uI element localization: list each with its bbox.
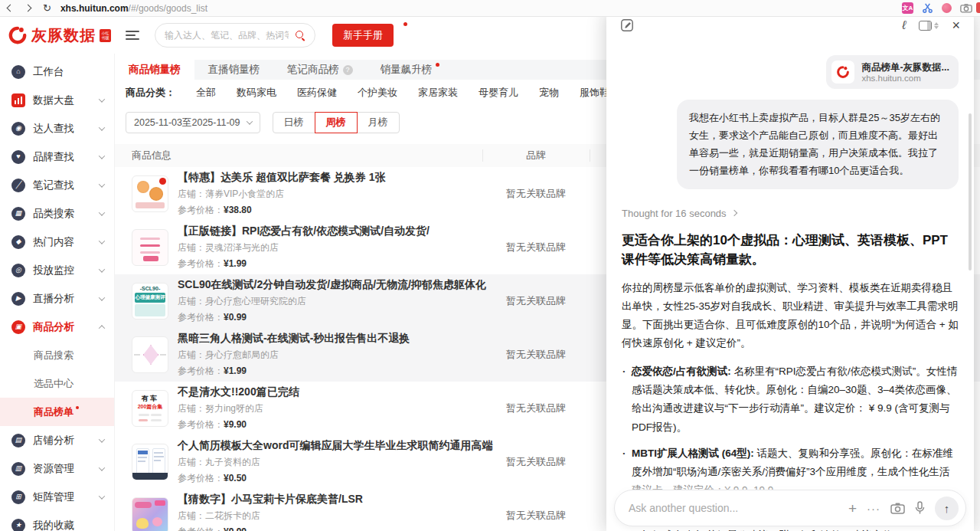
product-title[interactable]: 【特惠】达美乐 超值双比萨套餐 兑换券 1张 xyxy=(178,171,385,185)
store-name: 灵魂沼泽与光的店 xyxy=(205,242,279,253)
screenshot-camera-icon[interactable] xyxy=(890,503,905,514)
category-health[interactable]: 医药保健 xyxy=(297,86,337,100)
scissors-extension-icon[interactable] xyxy=(922,2,933,14)
brand-cell: 暂无关联品牌 xyxy=(482,294,590,308)
microphone-icon[interactable] xyxy=(915,501,925,515)
page-context-chip[interactable]: 商品榜单-灰豚数据... xhs.huitun.com xyxy=(826,55,959,89)
category-all[interactable]: 全部 xyxy=(196,86,216,100)
help-icon[interactable]: ? xyxy=(343,65,353,75)
product-title[interactable]: 个人简历模板大全word可编辑应届大学生毕业生求职简约通用高端 xyxy=(178,439,492,453)
sidebar-item-hot-content[interactable]: ◆ 热门内容 xyxy=(0,228,114,256)
huitun-logo: 灰豚数据 小红书版 xyxy=(0,25,115,46)
product-title[interactable]: 黑暗三角人格测试-在线测试-秒出报告售出不退换 xyxy=(178,332,410,346)
reference-price: ¥9.99 xyxy=(224,526,247,531)
chat-input[interactable] xyxy=(629,502,838,514)
sidebar-subitem-selection-center[interactable]: 选品中心 xyxy=(0,369,114,398)
reference-price: ¥1.99 xyxy=(224,258,247,269)
live-icon: ▶ xyxy=(11,292,25,306)
product-thumbnail: 有车 200篇合集 xyxy=(132,390,168,427)
brand-cell: 暂无关联品牌 xyxy=(482,187,590,201)
search-input[interactable] xyxy=(165,30,289,41)
attach-icon[interactable]: + xyxy=(848,501,857,516)
sidebar-item-data-dashboard[interactable]: 数据大盘 xyxy=(0,86,114,114)
global-search[interactable] xyxy=(155,23,315,48)
sidebar-item-favorites[interactable]: ★ 我的收藏 xyxy=(0,511,114,531)
address-bar[interactable]: xhs.huitun.com/#/goods/goods_list xyxy=(60,3,207,14)
period-weekly[interactable]: 周榜 xyxy=(315,112,358,133)
sidebar-item-note-search[interactable]: ╱ 笔记查找 xyxy=(0,171,114,199)
brand-cell: 暂无关联品牌 xyxy=(482,241,590,254)
sidebar-subitem-goods-ranking[interactable]: 商品榜单 xyxy=(0,398,114,426)
send-button[interactable]: ↑ xyxy=(935,497,959,520)
sidebar-item-brand-search[interactable]: ♥ 品牌查找 xyxy=(0,143,114,171)
sidebar-item-resource-management[interactable]: ▥ 资源管理 xyxy=(0,454,114,483)
clipped-extension-icon xyxy=(976,2,980,13)
pink-extension-icon[interactable] xyxy=(942,3,952,13)
product-thumbnail: -SCL90- 心理健康测评 xyxy=(132,283,168,320)
chevron-right-icon xyxy=(730,210,737,216)
product-title[interactable]: 【正版链接】RPI恋爱占有欲/依恋模式测试/自动发货/ xyxy=(178,225,430,238)
tab-note-goods-ranking[interactable]: 笔记商品榜? xyxy=(273,60,367,80)
resource-icon: ▥ xyxy=(11,462,25,476)
category-home[interactable]: 家居家装 xyxy=(418,86,458,100)
browser-reload-icon[interactable]: ↻ xyxy=(43,3,51,13)
close-icon[interactable]: × xyxy=(952,18,960,32)
chevron-down-icon xyxy=(99,464,105,470)
period-daily[interactable]: 日榜 xyxy=(273,112,315,133)
store-name: 丸子资料的店 xyxy=(205,457,260,467)
sidebar-item-live-analysis[interactable]: ▶ 直播分析 xyxy=(0,284,114,313)
answer-intro: 你拉的周榜显示低客单价的虚拟测试、学习资料、模板类在近期卖得稳且出单快，女性25… xyxy=(622,279,959,353)
tab-live-sales-ranking[interactable]: 直播销量榜 xyxy=(194,60,274,80)
sidebar-subitem-goods-search[interactable]: 商品搜索 xyxy=(0,341,114,369)
sidebar-item-category-search[interactable]: ▦ 品类搜索 xyxy=(0,199,114,228)
browser-back-icon[interactable] xyxy=(7,5,15,12)
chevron-down-icon xyxy=(99,96,105,102)
handbook-button[interactable]: 新手手册 xyxy=(332,24,394,47)
store-name: 身心疗愈邮局的店 xyxy=(205,349,279,360)
tab-sales-surge-ranking[interactable]: 销量飙升榜 xyxy=(367,60,454,80)
browser-bar: ↻ xhs.huitun.com/#/goods/goods_list 文A xyxy=(0,0,980,17)
more-options-icon[interactable]: ··· xyxy=(867,503,880,514)
user-message-bubble: 我想在小红书上卖虚拟产品，目标人群是25～35岁左右的女生，要求这个产品能自己原… xyxy=(677,100,959,189)
brand-cell: 暂无关联品牌 xyxy=(482,402,590,415)
hot-content-icon: ◆ xyxy=(11,235,25,249)
category-baby[interactable]: 母婴育儿 xyxy=(479,86,518,100)
assistant-answer: 更适合你上架的10个虚拟品：心理测试、英语模板、PPT课件等低决策高销量款。 你… xyxy=(606,231,974,531)
panel-layout-toggle-icon[interactable] xyxy=(919,21,939,31)
product-title[interactable]: 【猜数字】小马宝莉卡片保底美普/LSR xyxy=(178,493,363,506)
sidebar-item-shop-analysis[interactable]: ▤ 店铺分析 xyxy=(0,426,114,454)
product-thumbnail xyxy=(132,229,168,266)
reference-price: ¥0.50 xyxy=(224,473,247,483)
period-monthly[interactable]: 月榜 xyxy=(357,112,400,133)
category-beauty[interactable]: 个护美妆 xyxy=(358,86,397,100)
sidebar-item-matrix-management[interactable]: ⊞ 矩阵管理 xyxy=(0,483,114,511)
sidebar-item-ad-monitor[interactable]: ◎ 投放监控 xyxy=(0,256,114,284)
search-icon[interactable] xyxy=(295,30,305,41)
notification-dot xyxy=(403,22,407,26)
tab-goods-sales-ranking[interactable]: 商品销量榜 xyxy=(115,60,194,80)
date-range-select[interactable]: 2025-11-03至2025-11-09 xyxy=(126,112,260,133)
browser-forward-icon[interactable] xyxy=(24,5,32,12)
chevron-down-icon xyxy=(99,493,105,499)
category-pets[interactable]: 宠物 xyxy=(539,86,559,100)
quill-icon[interactable]: ℓ xyxy=(902,18,906,32)
list-item: 恋爱依恋/占有欲测试: 名称里有“RPI恋爱占有欲/依恋模式测试”。女性情感话题… xyxy=(622,362,959,437)
sidebar-item-goods-analysis[interactable]: ▣ 商品分析 xyxy=(0,313,114,341)
huitun-favicon xyxy=(831,61,854,84)
product-thumbnail xyxy=(132,175,168,212)
sidebar-item-influencer-search[interactable]: ◉ 达人查找 xyxy=(0,114,114,143)
sidebar-item-workbench[interactable]: ⌂ 工作台 xyxy=(0,57,114,86)
product-thumbnail xyxy=(132,497,168,531)
sidebar-collapse-icon[interactable] xyxy=(126,31,139,40)
panel-scrollbar[interactable] xyxy=(969,113,972,270)
category-digital[interactable]: 数码家电 xyxy=(237,86,276,100)
product-title[interactable]: 不是清水文!!200篇已完结 xyxy=(178,385,299,399)
camera-extension-icon[interactable] xyxy=(960,3,972,13)
translate-extension-icon[interactable]: 文A xyxy=(902,2,913,14)
thought-toggle[interactable]: Thought for 16 seconds xyxy=(622,208,959,219)
store-name: 薄券VIP小食堂的店 xyxy=(205,188,284,199)
chevron-down-icon xyxy=(99,238,105,244)
chevron-down-icon xyxy=(99,436,105,442)
product-title[interactable]: SCL90在线测试/2分钟自动发货/虚拟商品/无物流/抑郁焦虑躯体化 xyxy=(178,278,486,292)
new-chat-icon[interactable] xyxy=(620,18,634,32)
